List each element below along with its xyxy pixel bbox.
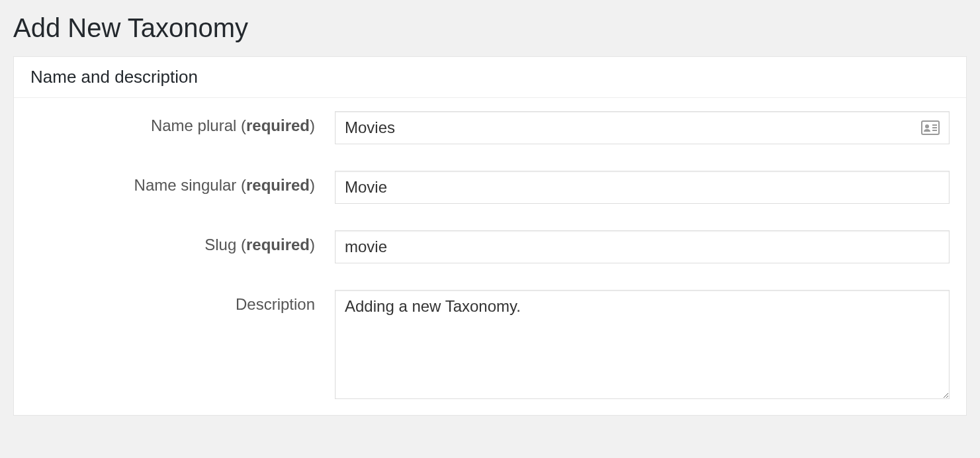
page-title: Add New Taxonomy: [13, 13, 967, 43]
label-slug: Slug (required): [30, 230, 335, 254]
row-description: Description Adding a new Taxonomy.: [14, 277, 966, 415]
label-name-plural: Name plural (required): [30, 111, 335, 135]
slug-input[interactable]: [335, 230, 950, 263]
field-description: Adding a new Taxonomy.: [335, 290, 950, 402]
row-name-singular: Name singular (required): [14, 158, 966, 217]
field-slug: [335, 230, 950, 263]
row-slug: Slug (required): [14, 217, 966, 277]
field-name-plural: [335, 111, 950, 144]
field-name-singular: [335, 171, 950, 204]
row-name-plural: Name plural (required): [14, 98, 966, 158]
label-name-singular: Name singular (required): [30, 171, 335, 195]
panel-header: Name and description: [14, 57, 966, 98]
description-textarea[interactable]: Adding a new Taxonomy.: [335, 290, 950, 399]
panel-name-description: Name and description Name plural (requir…: [13, 56, 967, 416]
label-description: Description: [30, 290, 335, 314]
name-plural-input[interactable]: [335, 111, 950, 144]
panel-title: Name and description: [30, 67, 950, 87]
name-singular-input[interactable]: [335, 171, 950, 204]
